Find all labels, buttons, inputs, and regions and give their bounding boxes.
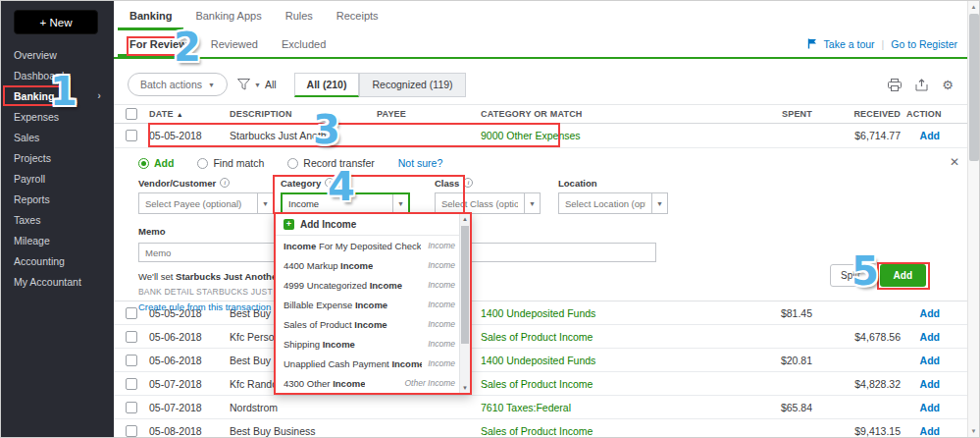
class-input[interactable] [436,193,524,213]
sidebar-item[interactable]: Projects [1,147,114,168]
header-payee[interactable]: PAYEE [377,109,481,119]
category-combobox[interactable]: ▼ [281,192,410,214]
sidebar-item[interactable]: Overview [1,44,114,65]
table-row[interactable]: 05-07-2018 Kfc Random Sales of Product I… [114,372,969,396]
scroll-down-icon[interactable]: ▼ [968,428,979,434]
dropdown-item[interactable]: Sales of Product Income Income [276,314,470,334]
dropdown-item[interactable]: Income For My Deposited Check Income [276,236,470,255]
settings-gear-icon[interactable]: ⚙ [942,79,954,91]
row-add-link[interactable]: Add [906,425,969,437]
new-button[interactable]: + New [14,10,98,34]
sidebar-item[interactable]: Dashboard [1,65,114,85]
vendor-input[interactable] [139,193,257,213]
row-category-link[interactable]: Sales of Product Income [481,425,645,437]
row-add-link[interactable]: Add [906,355,969,366]
sidebar-item[interactable]: Payroll [1,168,114,189]
row-checkbox[interactable] [126,130,137,141]
row-checkbox[interactable] [126,402,137,413]
radio-option[interactable]: Add [138,157,174,169]
category-input[interactable] [283,194,392,212]
sub-tab[interactable]: Excluded [270,30,337,57]
table-row[interactable]: 05-08-2018 Best Buy Business Sales of Pr… [114,419,969,438]
row-description: Best Buy Business [230,425,377,437]
table-row[interactable]: 05-06-2018 Best Buy 1400 Undeposited Fun… [114,349,969,372]
add-button[interactable]: Add [880,264,926,287]
scroll-up-icon[interactable]: ▲ [968,4,979,10]
radio-option[interactable]: Find match [197,157,264,169]
vendor-combobox[interactable]: ▼ [138,192,274,214]
top-tab[interactable]: Receipts [325,1,390,30]
export-icon[interactable] [915,79,928,91]
row-category-link[interactable]: Sales of Product Income [481,378,645,390]
scrollbar-thumb[interactable] [969,14,979,161]
sub-tab[interactable]: For Review [118,30,199,57]
dropdown-scrollbar[interactable]: ▲ ▼ [459,214,470,393]
caret-down-icon[interactable]: ▼ [392,194,408,212]
top-tab[interactable]: Banking Apps [183,1,273,30]
view-tab[interactable]: All (210) [294,73,360,97]
table-row[interactable]: 05-07-2018 Nordstrom 7610 Taxes:Federal … [114,396,969,419]
scroll-down-icon[interactable]: ▼ [460,385,470,391]
dropdown-item[interactable]: Shipping Income Income [276,334,470,354]
header-category[interactable]: CATEGORY OR MATCH [481,109,645,119]
sidebar-item[interactable]: Sales [1,127,114,147]
print-icon[interactable] [888,79,902,91]
dropdown-item[interactable]: 4300 Other Income Other Income [276,373,470,393]
dropdown-item[interactable]: 4999 Uncategorized Income Income [276,275,470,295]
take-a-tour-link[interactable]: Take a tour [824,38,875,50]
sidebar-item[interactable]: Reports [1,189,114,209]
go-to-register-link[interactable]: Go to Register [891,38,957,50]
dropdown-item[interactable]: Billable Expense Income Income [276,295,470,314]
top-tab[interactable]: Banking [118,1,183,30]
caret-down-icon[interactable]: ▼ [651,193,667,213]
row-category-link[interactable]: 7610 Taxes:Federal [481,402,645,413]
header-description[interactable]: DESCRIPTION [230,109,377,119]
header-date[interactable]: DATE▲ [149,109,230,119]
caret-down-icon[interactable]: ▼ [257,193,273,213]
dropdown-add-new-item[interactable]: + Add Income [276,214,470,236]
not-sure-link[interactable]: Not sure? [398,157,443,169]
close-icon[interactable]: ✕ [950,156,959,168]
scroll-up-icon[interactable]: ▲ [460,216,470,222]
sidebar-item[interactable]: Accounting [1,250,114,271]
row-checkbox[interactable] [126,355,137,366]
view-tab[interactable]: Recognized (119) [359,73,465,97]
row-category-link[interactable]: 1400 Undeposited Funds [481,355,645,366]
row-checkbox[interactable] [126,378,137,390]
row-category-link[interactable]: Sales of Product Income [481,331,645,343]
class-combobox[interactable]: ▼ [435,192,541,214]
header-received[interactable]: RECEIVED [818,109,906,119]
row-checkbox[interactable] [126,331,137,343]
row-add-link[interactable]: Add [906,402,969,413]
dropdown-item[interactable]: 4400 Markup Income Income [276,255,470,275]
row-checkbox[interactable] [126,307,137,319]
sidebar-item[interactable]: Taxes [1,209,114,230]
split-button[interactable]: Split [830,264,870,287]
create-rule-link[interactable]: Create rule from this transaction [138,301,271,312]
row-category-link[interactable]: 9000 Other Expenses [481,130,645,141]
sidebar-item[interactable]: Banking › [1,85,114,106]
row-add-link[interactable]: Add [906,378,969,390]
table-row-expanded[interactable]: 05-05-2018 Starbucks Just Another 9000 O… [114,124,969,148]
row-add-link[interactable]: Add [906,331,969,343]
table-row[interactable]: 05-06-2018 Kfc Persona Sales of Product … [114,325,969,349]
select-all-checkbox[interactable] [126,108,137,120]
filter-control[interactable]: ▼ All [237,79,277,90]
location-combobox[interactable]: ▼ [558,192,668,214]
sidebar-item[interactable]: Mileage [1,230,114,250]
sidebar-item[interactable]: Expenses [1,106,114,127]
account-type-label: Income [428,241,455,250]
page-scrollbar[interactable]: ▲ ▼ [967,1,979,437]
sub-tab[interactable]: Reviewed [199,30,270,57]
sidebar-item[interactable]: My Accountant [1,271,114,292]
header-spent[interactable]: SPENT [645,109,818,119]
location-input[interactable] [559,193,651,213]
batch-actions-button[interactable]: Batch actions ▼ [128,73,228,96]
radio-option[interactable]: Record transfer [287,157,374,169]
row-add-link[interactable]: Add [906,130,969,141]
top-tab[interactable]: Rules [274,1,325,30]
row-checkbox[interactable] [126,425,137,437]
caret-down-icon[interactable]: ▼ [524,193,540,213]
scrollbar-thumb[interactable] [461,226,469,344]
dropdown-item[interactable]: Unapplied Cash Payment Income Income [276,354,470,373]
